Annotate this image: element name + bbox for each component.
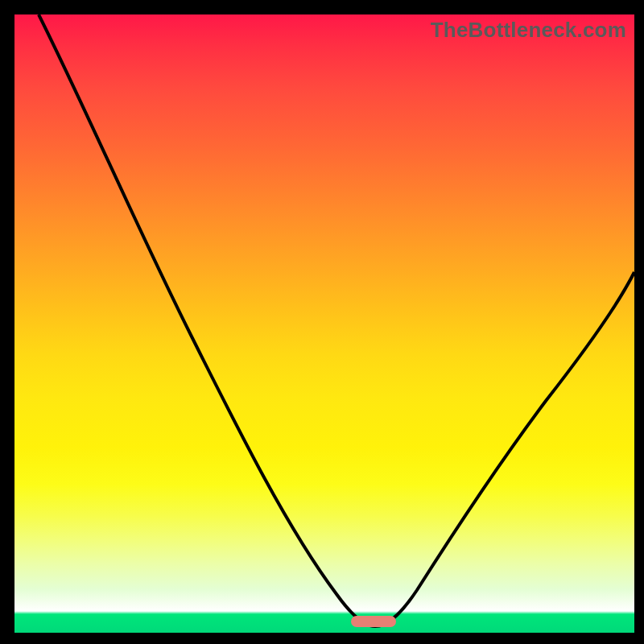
bottleneck-chart: TheBottleneck.com xyxy=(0,0,644,644)
curve-svg xyxy=(14,14,634,633)
optimal-marker xyxy=(351,616,396,627)
watermark-text: TheBottleneck.com xyxy=(431,18,626,43)
plot-area: TheBottleneck.com xyxy=(14,14,634,633)
bottleneck-curve-path xyxy=(39,14,634,626)
